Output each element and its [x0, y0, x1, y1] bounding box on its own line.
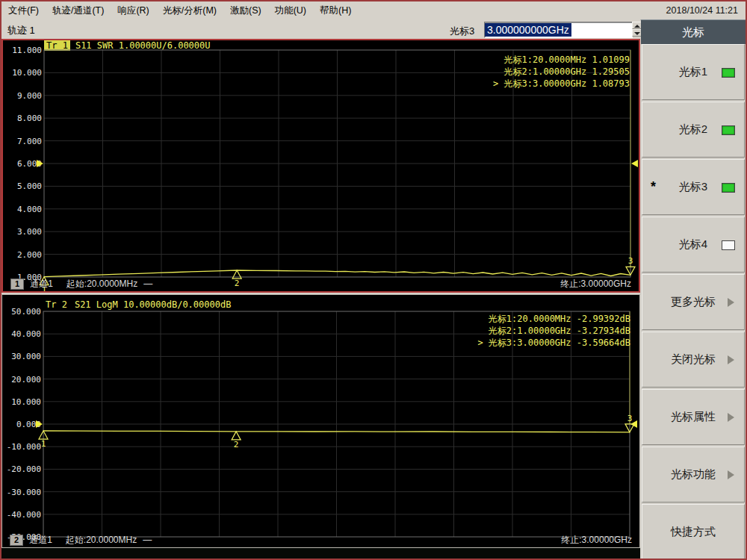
menu-item-trace-channel[interactable]: 轨迹/通道(T) — [46, 2, 111, 19]
led-on-icon — [722, 68, 735, 78]
marker-off-button[interactable]: 关闭光标 — [642, 332, 745, 388]
trace-selector[interactable]: 轨迹 1 — [7, 24, 35, 37]
sweep-stop-label: 终止:3.00000GHz — [560, 278, 631, 290]
y-tick-label: 11.000 — [4, 46, 42, 55]
led-on-icon — [722, 125, 735, 135]
y-tick-label: 40.000 — [4, 329, 41, 339]
marker-triangle-up — [232, 432, 241, 440]
marker-triangle-down — [625, 424, 634, 432]
y-tick-label: 30.000 — [4, 352, 41, 361]
sidebar-button-label: 光标2 — [679, 122, 707, 137]
ref-level-arrow-right[interactable] — [631, 160, 638, 167]
led-on-icon — [722, 183, 735, 193]
led-off-icon — [722, 240, 735, 250]
menu-item-function[interactable]: 功能(U) — [268, 2, 313, 19]
menu-item-help[interactable]: 帮助(H) — [313, 2, 358, 19]
sweep-start-label: 起始:20.0000MHz — [66, 534, 137, 547]
datetime-display: 2018/10/24 11:21 — [659, 5, 746, 16]
y-tick-label: -30.000 — [4, 488, 41, 497]
more-markers-button[interactable]: 更多光标 — [642, 274, 745, 330]
sweep-indicator: — — [143, 535, 152, 545]
marker-functions-button[interactable]: 光标功能 — [642, 447, 745, 503]
marker2-button[interactable]: 光标2 — [642, 102, 745, 158]
shortcuts-button[interactable]: 快捷方式 — [642, 504, 745, 560]
y-tick-label: 7.000 — [4, 137, 42, 146]
submenu-arrow-icon — [728, 413, 734, 422]
sidebar-button-label: 光标功能 — [671, 467, 716, 482]
marker-readout-line: > 光标3:3.00000GHz -3.59664dB — [477, 337, 630, 349]
ref-level-arrow-right[interactable] — [630, 420, 637, 428]
s11-swr-trace-title: Tr 1S11 SWR 1.00000U/6.00000U — [44, 40, 211, 51]
menu-item-file[interactable]: 文件(F) — [1, 2, 46, 19]
sidebar-button-label: 光标1 — [679, 65, 707, 79]
marker-entry-label: 光标3 — [450, 25, 474, 38]
y-tick-label: 9.000 — [4, 91, 42, 101]
trace-id-badge[interactable]: Tr 2 — [43, 299, 69, 310]
marker-readout-line: > 光标3:3.00000GHz 1.08793 — [493, 78, 630, 90]
menu-bar: 文件(F)轨迹/通道(T)响应(R)光标/分析(M)激励(S)功能(U)帮助(H… — [1, 1, 746, 20]
submenu-arrow-icon — [728, 470, 734, 479]
toolbar-row: 轨迹 1 光标3 3.000000000GHz — [1, 19, 640, 39]
sidebar-button-label: 更多光标 — [671, 295, 716, 309]
y-tick-label: 5.000 — [4, 181, 42, 191]
sidebar-buttons: 光标1光标2*光标3光标4更多光标关闭光标光标属性光标功能快捷方式 — [642, 44, 745, 560]
menu-item-stimulus[interactable]: 激励(S) — [223, 2, 268, 19]
channel-number-badge: 1 — [10, 279, 24, 290]
marker-readout-line: 光标1:20.0000MHz 1.01099 — [493, 54, 630, 66]
menu-item-marker-analysis[interactable]: 光标/分析(M) — [156, 2, 223, 19]
submenu-arrow-icon — [728, 298, 734, 307]
down-arrow-icon — [634, 32, 640, 35]
y-tick-label: 50.000 — [4, 307, 41, 317]
sidebar-button-label: 快捷方式 — [671, 525, 716, 539]
marker-readout-line: 光标2:1.00000GHz 1.29505 — [493, 66, 630, 78]
marker-properties-button[interactable]: 光标属性 — [642, 389, 745, 445]
s11-swr-marker-readouts: 光标1:20.0000MHz 1.01099光标2:1.00000GHz 1.2… — [493, 54, 630, 90]
y-tick-label: 3.000 — [4, 227, 42, 237]
s21-logm-footer: 2通道1起始:20.0000MHz—终止:3.00000GHz — [2, 534, 639, 546]
marker-readout-line: 光标1:20.0000MHz -2.99392dB — [477, 313, 630, 325]
sweep-indicator: — — [143, 279, 152, 289]
y-tick-label: 6.000 — [4, 159, 42, 169]
marker3-button[interactable]: *光标3 — [642, 159, 745, 215]
s21-logm-trace-line — [43, 431, 630, 432]
sweep-start-label: 起始:20.0000MHz — [66, 278, 137, 290]
softkey-sidebar: 光标 光标1光标2*光标3光标4更多光标关闭光标光标属性光标功能快捷方式 — [641, 19, 746, 559]
y-tick-label: -20.000 — [4, 464, 41, 474]
active-marker-asterisk: * — [651, 179, 656, 195]
s11-swr-trace-line — [44, 270, 630, 277]
marker-number-label: 1 — [41, 439, 46, 449]
s21-logm-trace-window[interactable]: Tr 2S21 LogM 10.00000dB/0.00000dB50.0004… — [1, 294, 640, 548]
y-tick-label: 8.000 — [4, 113, 42, 123]
trace-id-badge[interactable]: Tr 1 — [44, 40, 70, 51]
sidebar-button-label: 光标属性 — [671, 410, 716, 424]
marker1-button[interactable]: 光标1 — [642, 44, 745, 100]
marker-number-label: 3 — [627, 414, 633, 423]
marker-stimulus-input[interactable]: 3.000000000GHz — [484, 22, 633, 38]
channel-number-badge: 2 — [10, 535, 23, 546]
marker4-button[interactable]: 光标4 — [642, 217, 745, 273]
y-tick-label: 4.000 — [4, 205, 42, 214]
vna-application-window: 文件(F)轨迹/通道(T)响应(R)光标/分析(M)激励(S)功能(U)帮助(H… — [0, 0, 747, 560]
menu-item-response[interactable]: 响应(R) — [111, 2, 155, 19]
s21-logm-trace-title: Tr 2S21 LogM 10.00000dB/0.00000dB — [43, 299, 231, 310]
s11-swr-trace-window[interactable]: Tr 1S11 SWR 1.00000U/6.00000U11.00010.00… — [1, 39, 640, 293]
sidebar-button-label: 关闭光标 — [671, 352, 716, 367]
marker-number-label: 2 — [234, 440, 239, 449]
marker-readout-line: 光标2:1.00000GHz -3.27934dB — [477, 325, 630, 337]
trace-format-label: S11 SWR 1.00000U/6.00000U — [75, 40, 211, 51]
channel-label: 通道1 — [30, 278, 53, 290]
trace-format-label: S21 LogM 10.00000dB/0.00000dB — [75, 299, 232, 310]
up-arrow-icon — [634, 25, 640, 28]
y-tick-label: 10.000 — [4, 397, 41, 407]
y-tick-label: 0.000 — [4, 420, 41, 429]
marker-triangle-up — [39, 431, 48, 439]
y-tick-label: -40.000 — [4, 510, 41, 520]
submenu-arrow-icon — [728, 355, 734, 364]
marker-2-glyph[interactable]: 2 — [232, 432, 241, 449]
sidebar-button-label: 光标4 — [679, 237, 707, 252]
marker-triangle-down — [626, 267, 635, 275]
y-tick-label: -10.000 — [4, 442, 41, 452]
s21-logm-marker-readouts: 光标1:20.0000MHz -2.99392dB光标2:1.00000GHz … — [477, 313, 630, 349]
sweep-stop-label: 终止:3.00000GHz — [561, 534, 632, 547]
y-tick-label: 2.000 — [4, 250, 42, 260]
